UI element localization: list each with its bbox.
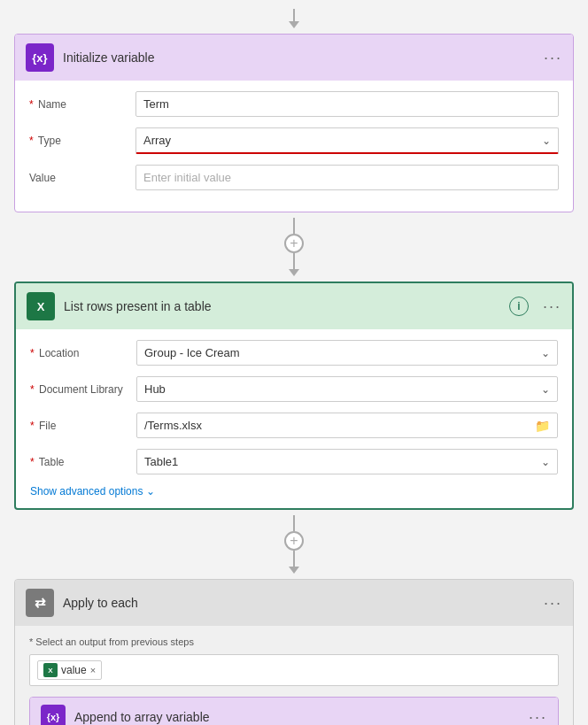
show-advanced-chevron-icon: ⌄	[146, 485, 155, 497]
init-icon-label: {x}	[32, 51, 47, 65]
connector-2: +	[14, 510, 574, 579]
list-rows-card: X List rows present in a table i ··· * L…	[14, 282, 574, 510]
connector-line-1	[293, 218, 295, 234]
append-variable-menu[interactable]: ···	[529, 708, 547, 726]
add-step-button-2[interactable]: +	[284, 531, 304, 551]
top-connector	[14, 9, 574, 28]
table-label: * Table	[30, 456, 128, 468]
connector-line-2	[293, 515, 295, 531]
value-label: Value	[29, 172, 127, 184]
select-output-box[interactable]: X value ×	[29, 654, 559, 686]
name-label: * Name	[29, 98, 127, 111]
show-advanced-options[interactable]: Show advanced options ⌄	[30, 485, 558, 497]
location-field-row: * Location Group - Ice Cream ⌄	[30, 340, 558, 366]
value-token-chip[interactable]: X value ×	[37, 660, 102, 680]
apply-to-each-icon: ⇄	[26, 589, 54, 617]
list-rows-info-button[interactable]: i	[509, 297, 529, 316]
type-required-star: *	[29, 135, 34, 147]
initialize-variable-card: {x} Initialize variable ··· * Name * Typ…	[14, 34, 574, 212]
type-label: * Type	[29, 135, 127, 147]
type-field-row: * Type Array ⌄	[29, 127, 559, 154]
apply-to-each-title: Apply to each	[63, 596, 535, 610]
location-chevron-icon: ⌄	[541, 347, 550, 359]
type-select[interactable]: Array ⌄	[135, 127, 559, 154]
document-library-chevron-icon: ⌄	[541, 383, 550, 396]
table-chevron-icon: ⌄	[541, 456, 550, 468]
select-output-label: * Select an output from previous steps	[29, 636, 559, 647]
token-close-button[interactable]: ×	[90, 665, 96, 675]
location-select[interactable]: Group - Ice Cream ⌄	[136, 340, 558, 366]
append-icon-label: {x}	[47, 712, 60, 722]
append-variable-title: Append to array variable	[74, 710, 520, 724]
connector-arrow-2	[289, 567, 299, 574]
append-variable-card: {x} Append to array variable ··· * Name …	[29, 697, 559, 725]
append-variable-header: {x} Append to array variable ···	[30, 698, 558, 725]
apply-to-each-menu[interactable]: ···	[544, 594, 562, 613]
file-field-row: * File /Terms.xlsx 📁	[30, 413, 558, 438]
connector-1: +	[14, 212, 574, 282]
initialize-variable-menu[interactable]: ···	[544, 49, 562, 67]
connector-line-2b	[293, 551, 295, 567]
token-label: value	[61, 664, 87, 676]
list-rows-header: X List rows present in a table i ···	[16, 283, 572, 329]
table-select[interactable]: Table1 ⌄	[136, 449, 558, 474]
add-step-button-1[interactable]: +	[284, 234, 304, 253]
list-rows-body: * Location Group - Ice Cream ⌄ * Documen…	[16, 329, 572, 508]
file-label: * File	[30, 420, 128, 432]
apply-to-each-card: ⇄ Apply to each ··· * Select an output f…	[14, 579, 574, 725]
location-label: * Location	[30, 347, 128, 359]
table-field-row: * Table Table1 ⌄	[30, 449, 558, 474]
connector-arrowhead	[289, 21, 299, 28]
token-icon-label: X	[48, 667, 52, 675]
list-rows-icon: X	[27, 292, 55, 320]
initialize-variable-icon: {x}	[26, 43, 54, 72]
file-browse-icon: 📁	[535, 419, 550, 433]
initialize-variable-body: * Name * Type Array ⌄ Value	[15, 81, 573, 212]
initialize-variable-title: Initialize variable	[63, 50, 535, 65]
apply-to-each-body: * Select an output from previous steps X…	[15, 626, 573, 725]
document-library-label: * Document Library	[30, 383, 128, 396]
file-input[interactable]: /Terms.xlsx 📁	[136, 413, 558, 438]
value-input[interactable]	[135, 165, 559, 190]
name-required-star: *	[29, 98, 34, 111]
name-input[interactable]	[135, 91, 559, 117]
connector-arrow-1	[289, 269, 299, 276]
apply-to-each-header: ⇄ Apply to each ···	[15, 580, 573, 626]
connector-line	[293, 9, 295, 21]
excel-icon-label: X	[37, 300, 45, 313]
list-rows-title: List rows present in a table	[64, 299, 500, 313]
type-chevron-icon: ⌄	[542, 135, 551, 147]
name-field-row: * Name	[29, 91, 559, 117]
value-field-row: Value	[29, 165, 559, 190]
document-library-field-row: * Document Library Hub ⌄	[30, 376, 558, 402]
document-library-select[interactable]: Hub ⌄	[136, 376, 558, 402]
list-rows-menu[interactable]: ···	[543, 297, 561, 316]
token-excel-icon: X	[43, 663, 58, 677]
initialize-variable-header: {x} Initialize variable ···	[15, 35, 573, 81]
apply-icon-label: ⇄	[35, 595, 46, 611]
append-variable-icon: {x}	[41, 705, 66, 725]
connector-line-1b	[293, 253, 295, 269]
